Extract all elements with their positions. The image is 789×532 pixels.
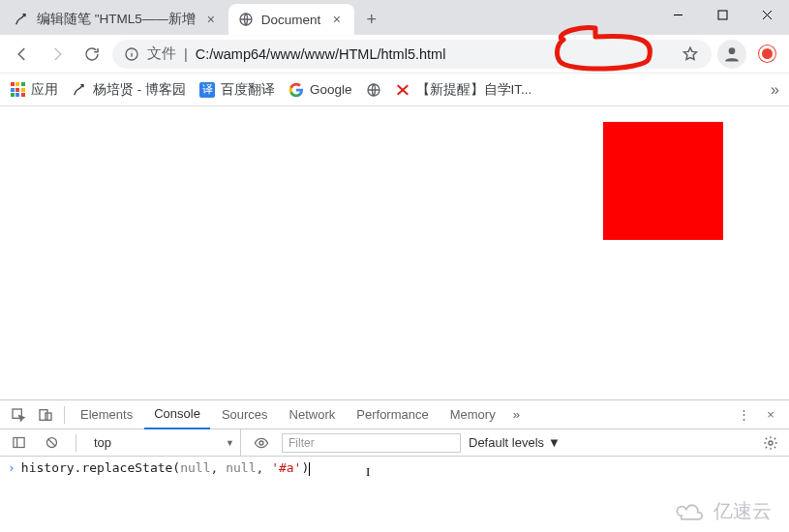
bookmarks-bar: 应用 杨培贤 - 博客园 译 百度翻译 Google 【新提醒】自学IT... …: [0, 74, 789, 106]
devtools-menu-icon[interactable]: ⋮: [731, 402, 756, 428]
svg-point-10: [259, 441, 263, 445]
omnibox[interactable]: 文件 | C:/wamp64/www/www/HTML/html5.html: [112, 40, 712, 69]
devtools-panel: Elements Console Sources Network Perform…: [0, 399, 789, 532]
console-context-selector[interactable]: top ▼: [88, 429, 241, 456]
bookmarks-overflow-button[interactable]: »: [771, 81, 779, 99]
devtools-close-icon[interactable]: ×: [758, 402, 783, 428]
console-prompt-icon: ›: [8, 460, 15, 475]
address-bar: 文件 | C:/wamp64/www/www/HTML/html5.html: [0, 35, 789, 74]
omnibox-sep: |: [184, 46, 188, 62]
tab-1-favicon: [238, 12, 254, 27]
devtools-tab-elements[interactable]: Elements: [71, 400, 142, 429]
window-close-button[interactable]: [744, 0, 789, 29]
bookmark-4-label: 【新提醒】自学IT...: [416, 81, 532, 99]
apps-shortcut[interactable]: 应用: [10, 81, 58, 99]
inspect-element-icon[interactable]: [6, 402, 31, 428]
nav-back-button[interactable]: [8, 40, 37, 69]
bookmark-item-3[interactable]: [366, 82, 381, 98]
console-code: history.replaceState(null, null, '#a'): [21, 460, 310, 476]
svg-rect-7: [46, 413, 51, 420]
bookmark-4-icon: [395, 82, 410, 98]
bookmark-2-label: Google: [310, 82, 352, 97]
devtools-tabs-overflow[interactable]: »: [507, 407, 526, 422]
devtools-console-toolbar: top ▼ Filter Default levels ▼: [0, 429, 789, 457]
bookmark-1-icon: 译: [199, 82, 215, 98]
bookmark-2-icon: [288, 82, 304, 98]
devtools-tab-network[interactable]: Network: [280, 400, 346, 429]
omnibox-protocol: 文件: [147, 44, 176, 63]
tab-1-close-icon[interactable]: ×: [329, 12, 345, 27]
text-caret-icon: I: [366, 464, 370, 480]
bookmark-0-label: 杨培贤 - 博客园: [93, 81, 186, 99]
bookmark-3-icon: [366, 82, 381, 98]
browser-titlebar: 编辑随笔 "HTML5——新增 × Document × +: [0, 0, 789, 35]
svg-rect-6: [40, 409, 47, 420]
devtools-tabbar: Elements Console Sources Network Perform…: [0, 400, 789, 429]
console-filter-input[interactable]: Filter: [282, 433, 461, 453]
apps-label: 应用: [31, 81, 58, 99]
console-levels-label: Default levels: [469, 435, 544, 450]
profile-avatar-button[interactable]: [717, 40, 746, 69]
bookmark-item-4[interactable]: 【新提醒】自学IT...: [395, 81, 532, 99]
svg-rect-1: [718, 11, 727, 19]
console-clear-icon[interactable]: [39, 430, 64, 456]
tab-0[interactable]: 编辑随笔 "HTML5——新增 ×: [4, 4, 228, 35]
tab-1-title: Document: [261, 13, 321, 27]
chevron-down-icon: ▼: [226, 438, 234, 448]
devtools-tab-memory[interactable]: Memory: [440, 400, 505, 429]
window-minimize-button[interactable]: [655, 0, 700, 29]
tab-0-title: 编辑随笔 "HTML5——新增: [37, 11, 196, 28]
console-context-label: top: [94, 435, 111, 450]
window-maximize-button[interactable]: [700, 0, 744, 29]
console-input-line[interactable]: › history.replaceState(null, null, '#a')…: [0, 457, 789, 532]
devtools-tab-performance[interactable]: Performance: [347, 400, 438, 429]
live-expression-icon[interactable]: [249, 430, 274, 456]
window-controls: [655, 0, 789, 31]
bookmark-item-1[interactable]: 译 百度翻译: [199, 81, 275, 99]
bookmark-item-0[interactable]: 杨培贤 - 博客园: [72, 81, 186, 99]
browser-menu-button[interactable]: [752, 40, 781, 69]
bookmark-0-icon: [72, 82, 87, 98]
info-icon: [124, 46, 139, 62]
bookmark-item-2[interactable]: Google: [288, 82, 352, 98]
omnibox-url: C:/wamp64/www/www/HTML/html5.html: [196, 46, 446, 62]
bookmark-1-label: 百度翻译: [221, 81, 275, 99]
tab-strip: 编辑随笔 "HTML5——新增 × Document × +: [0, 0, 655, 35]
tab-0-favicon: [14, 12, 29, 27]
tab-1[interactable]: Document ×: [228, 4, 354, 35]
device-toggle-icon[interactable]: [33, 402, 58, 428]
new-tab-button[interactable]: +: [358, 6, 385, 33]
page-red-box: [603, 122, 723, 240]
svg-point-3: [729, 47, 736, 54]
apps-icon: [10, 82, 25, 98]
nav-reload-button[interactable]: [77, 40, 106, 69]
bookmark-star-icon[interactable]: [681, 45, 700, 63]
console-sidebar-toggle-icon[interactable]: [6, 430, 31, 456]
svg-rect-8: [13, 438, 23, 448]
nav-forward-button[interactable]: [43, 40, 72, 69]
console-settings-icon[interactable]: [758, 430, 783, 456]
svg-point-11: [769, 441, 773, 445]
page-viewport: [0, 106, 789, 399]
devtools-tab-sources[interactable]: Sources: [212, 400, 278, 429]
tab-0-close-icon[interactable]: ×: [203, 12, 219, 27]
chevron-down-icon: ▼: [548, 435, 561, 450]
devtools-tab-console[interactable]: Console: [144, 400, 210, 429]
console-levels-selector[interactable]: Default levels ▼: [469, 435, 561, 450]
